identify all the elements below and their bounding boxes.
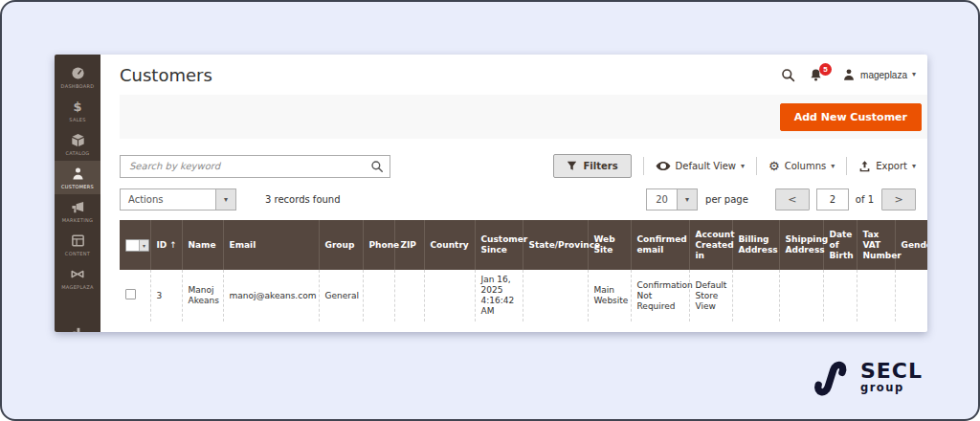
column-header-web-site[interactable]: Web Site [588, 220, 631, 270]
user-icon [842, 68, 856, 81]
title-bar: Customers 5 mageplaza ▾ [100, 55, 927, 95]
row-checkbox[interactable] [125, 289, 136, 299]
per-page-select[interactable]: 20 ▾ [646, 188, 698, 210]
default-view-label: Default View [676, 161, 736, 171]
secl-swoosh-icon [810, 356, 852, 398]
column-header-phone[interactable]: Phone [363, 220, 394, 270]
columns-label: Columns [785, 161, 827, 171]
cell-tax-vat-number [857, 270, 895, 321]
chevron-down-icon: ▾ [677, 189, 697, 210]
search-icon [781, 68, 795, 82]
cell-confirmed-email: Confirmation Not Required [631, 270, 689, 321]
select-all-header[interactable]: ▾ [120, 220, 150, 270]
main-content: Customers 5 mageplaza ▾ [100, 55, 927, 332]
eye-icon [656, 161, 671, 171]
per-page-label: per page [705, 194, 748, 205]
user-menu[interactable]: mageplaza ▾ [842, 68, 916, 81]
column-header-name[interactable]: Name [182, 220, 223, 270]
export-label: Export [876, 161, 907, 171]
sidebar-item-marketing[interactable]: MARKETING [55, 194, 100, 228]
column-header-id[interactable]: ID↑ [150, 220, 182, 270]
sidebar-item-content[interactable]: CONTENT [55, 228, 100, 261]
sidebar-item-mageplaza[interactable]: MAGEPLAZA [55, 261, 100, 295]
column-header-shipping-address[interactable]: Shipping Address [779, 220, 823, 270]
cell-group: General [319, 270, 363, 321]
layout-icon [71, 233, 85, 248]
cell-customer-since: Jan 16, 2025 4:16:42 AM [475, 270, 523, 321]
divider [846, 157, 847, 175]
cell-shipping-address [779, 270, 823, 321]
column-header-tax-vat-number[interactable]: Tax VAT Number [857, 220, 895, 270]
sidebar-item-reports-partial[interactable] [55, 325, 100, 332]
keyword-search [120, 155, 390, 178]
export-icon [858, 160, 871, 172]
row-select-cell [120, 270, 150, 321]
per-page-value: 20 [647, 189, 677, 210]
magento-admin-window: DASHBOARD $ SALES CATALOG CUSTOMERS [55, 55, 927, 332]
search-input[interactable] [120, 155, 390, 178]
notification-badge: 5 [819, 63, 832, 76]
actions-pagination-row: Actions ▾ 3 records found 20 ▾ per page … [120, 188, 916, 210]
megaphone-icon [71, 200, 85, 214]
cell-billing-address [732, 270, 779, 321]
column-header-account-created-in[interactable]: Account Created in [689, 220, 732, 270]
filters-label: Filters [583, 161, 617, 171]
global-search-button[interactable] [781, 68, 795, 82]
cell-gender [895, 270, 927, 321]
page-title: Customers [120, 65, 212, 85]
sort-ascending-icon: ↑ [169, 240, 177, 250]
previous-page-button[interactable]: < [775, 188, 810, 210]
columns-button[interactable]: ⚙ Columns ▾ [768, 160, 835, 172]
current-page-input[interactable] [816, 188, 849, 210]
page-actions-band: Add New Customer [120, 95, 927, 139]
default-view-button[interactable]: Default View ▾ [656, 161, 745, 171]
sidebar-item-dashboard[interactable]: DASHBOARD [55, 60, 100, 94]
add-new-customer-button[interactable]: Add New Customer [780, 103, 922, 131]
cell-id: 3 [150, 270, 182, 321]
cell-web-site: Main Website [588, 270, 631, 321]
cell-state-province [523, 270, 588, 321]
logo-subtitle: group [860, 383, 923, 394]
screenshot-frame: DASHBOARD $ SALES CATALOG CUSTOMERS [0, 0, 980, 421]
sidebar-label: CATALOG [65, 150, 89, 156]
divider [756, 157, 757, 175]
column-header-billing-address[interactable]: Billing Address [732, 220, 779, 270]
column-header-date-of-birth[interactable]: Date of Birth [823, 220, 857, 270]
column-header-email[interactable]: Email [223, 220, 319, 270]
secl-group-logo: SECL group [810, 356, 923, 398]
column-header-gender[interactable]: Gender [895, 220, 927, 270]
sidebar-item-catalog[interactable]: CATALOG [55, 127, 100, 161]
search-icon[interactable] [370, 159, 384, 177]
chevron-down-icon: ▾ [215, 189, 235, 210]
cell-email: manoj@akeans.com [223, 270, 319, 321]
cell-country [424, 270, 475, 321]
sidebar-label: MAGEPLAZA [61, 284, 94, 290]
box-icon [71, 133, 85, 147]
table-row[interactable]: 3Manoj Akeansmanoj@akeans.comGeneralJan … [120, 270, 927, 321]
export-button[interactable]: Export ▾ [858, 160, 916, 172]
sidebar-label: SALES [69, 117, 85, 122]
divider [643, 157, 644, 175]
cell-date-of-birth [823, 270, 857, 321]
chevron-down-icon: ▾ [831, 163, 835, 170]
chevron-down-icon: ▾ [912, 71, 916, 78]
select-all-checkbox[interactable]: ▾ [125, 239, 149, 252]
actions-select[interactable]: Actions ▾ [120, 188, 236, 210]
next-page-button[interactable]: > [881, 188, 916, 210]
column-header-group[interactable]: Group [319, 220, 363, 270]
column-header-state-province[interactable]: State/Province [523, 220, 588, 270]
sidebar-item-customers[interactable]: CUSTOMERS [55, 161, 100, 194]
gear-icon: ⚙ [768, 160, 780, 172]
actions-select-value: Actions [121, 189, 215, 210]
filters-button[interactable]: Filters [553, 154, 631, 178]
column-header-confirmed-email[interactable]: Confirmed email [631, 220, 689, 270]
column-header-country[interactable]: Country [424, 220, 475, 270]
cell-account-created-in: Default Store View [689, 270, 732, 321]
person-icon [71, 166, 85, 181]
notifications-button[interactable]: 5 [809, 68, 823, 82]
admin-sidebar: DASHBOARD $ SALES CATALOG CUSTOMERS [55, 55, 100, 332]
customers-grid-wrap: ▾ID↑NameEmailGroupPhoneZIPCountryCustome… [120, 220, 927, 321]
column-header-customer-since[interactable]: Customer Since [475, 220, 523, 270]
sidebar-item-sales[interactable]: $ SALES [55, 94, 100, 127]
total-pages-label: of 1 [856, 194, 874, 205]
